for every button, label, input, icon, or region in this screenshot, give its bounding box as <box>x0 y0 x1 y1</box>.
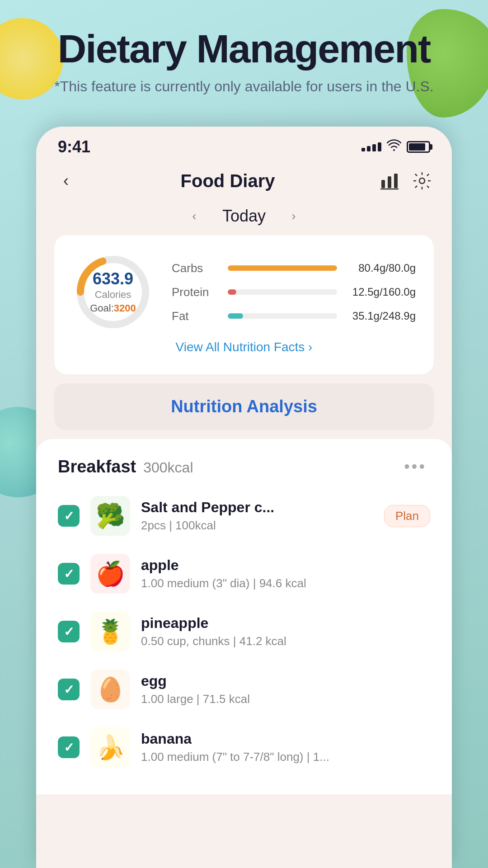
app-header: ‹ Food Diary <box>36 164 452 202</box>
food-item: ✓ 🍍 pineapple 0.50 cup, chunks | 41.2 kc… <box>36 603 452 660</box>
status-icons <box>361 139 430 155</box>
food-item: ✓ 🍌 banana 1.00 medium (7" to 7-7/8" lon… <box>36 718 452 776</box>
signal-bars-icon <box>361 142 381 151</box>
food-info-2: apple 1.00 medium (3" dia) | 94.6 kcal <box>141 557 430 590</box>
food-details-5: 1.00 medium (7" to 7-7/8" long) | 1... <box>141 750 430 764</box>
food-checkbox-4[interactable]: ✓ <box>58 679 80 700</box>
food-image-3: 🍍 <box>90 612 130 651</box>
macro-carbs-fill <box>228 265 337 271</box>
nutrition-main: 633.9 Calories Goal:3200 Carbs 80.4g/80.… <box>72 251 416 333</box>
view-all-link[interactable]: View All Nutrition Facts › <box>72 333 416 358</box>
food-info-1: Salt and Pepper c... 2pcs | 100kcal <box>141 499 373 533</box>
calorie-ring: 633.9 Calories Goal:3200 <box>72 251 154 333</box>
svg-rect-1 <box>388 176 391 188</box>
battery-icon <box>407 141 430 153</box>
food-image-4: 🥚 <box>90 670 130 709</box>
macro-protein: Protein 12.5g/160.0g <box>172 285 416 299</box>
checkmark-icon: ✓ <box>64 509 74 524</box>
app-title: Food Diary <box>181 171 275 191</box>
more-dots-icon: ••• <box>404 457 427 476</box>
food-name-4: egg <box>141 673 430 689</box>
next-date-button[interactable]: › <box>284 206 304 226</box>
food-checkbox-3[interactable]: ✓ <box>58 621 80 642</box>
food-item: ✓ 🥚 egg 1.00 large | 71.5 kcal <box>36 660 452 718</box>
battery-fill <box>409 143 425 151</box>
checkmark-icon: ✓ <box>64 624 74 639</box>
view-all-text: View All Nutrition Facts › <box>176 340 313 354</box>
goal-value: 3200 <box>114 302 136 314</box>
svg-rect-2 <box>394 174 398 188</box>
food-details-1: 2pcs | 100kcal <box>141 519 373 533</box>
back-button[interactable]: ‹ <box>54 169 78 193</box>
macro-fat-values: 35.1g/248.9g <box>343 310 416 322</box>
chart-button[interactable] <box>378 169 401 193</box>
macro-carbs-label: Carbs <box>172 261 221 275</box>
food-item: ✓ 🥦 Salt and Pepper c... 2pcs | 100kcal … <box>36 487 452 545</box>
signal-bar-1 <box>361 148 365 151</box>
prev-date-button[interactable]: ‹ <box>184 206 204 226</box>
food-section: Breakfast 300kcal ••• ✓ 🥦 Salt and Peppe… <box>36 439 452 794</box>
macro-fat-fill <box>228 313 243 319</box>
food-details-2: 1.00 medium (3" dia) | 94.6 kcal <box>141 576 430 590</box>
food-name-3: pineapple <box>141 615 430 632</box>
macro-carbs: Carbs 80.4g/80.0g <box>172 261 416 275</box>
macro-carbs-values: 80.4g/80.0g <box>343 262 416 274</box>
signal-bar-4 <box>378 142 381 151</box>
food-name-5: banana <box>141 731 430 747</box>
breakfast-more-button[interactable]: ••• <box>400 455 430 478</box>
food-checkbox-5[interactable]: ✓ <box>58 736 80 758</box>
macro-carbs-track <box>228 265 337 271</box>
date-navigation: ‹ Today › <box>36 202 452 235</box>
status-time: 9:41 <box>58 137 90 156</box>
svg-rect-0 <box>381 180 385 188</box>
calorie-ring-text: 633.9 Calories Goal:3200 <box>90 270 136 314</box>
breakfast-kcal: 300kcal <box>143 459 193 476</box>
signal-bar-2 <box>367 146 371 151</box>
back-chevron-icon: ‹ <box>63 171 69 190</box>
food-item: ✓ 🍎 apple 1.00 medium (3" dia) | 94.6 kc… <box>36 545 452 603</box>
calorie-label: Calories <box>90 289 136 301</box>
nutrition-summary-card: 633.9 Calories Goal:3200 Carbs 80.4g/80.… <box>54 235 434 374</box>
prev-chevron-icon: ‹ <box>192 209 196 223</box>
calorie-value: 633.9 <box>90 270 136 288</box>
food-image-1: 🥦 <box>90 496 130 536</box>
page-subtitle: *This feature is currently only availabl… <box>27 78 461 95</box>
food-image-5: 🍌 <box>90 727 130 767</box>
status-bar: 9:41 <box>36 127 452 164</box>
macro-fat-track <box>228 313 337 319</box>
page-header: Dietary Management *This feature is curr… <box>0 27 488 95</box>
signal-bar-3 <box>372 144 376 151</box>
page-title: Dietary Management <box>27 27 461 71</box>
food-badge-plan: Plan <box>384 505 430 527</box>
current-date: Today <box>222 207 266 226</box>
food-name-1: Salt and Pepper c... <box>141 499 373 516</box>
food-info-4: egg 1.00 large | 71.5 kcal <box>141 673 430 706</box>
macro-protein-label: Protein <box>172 285 221 299</box>
breakfast-title-group: Breakfast 300kcal <box>58 457 193 476</box>
next-chevron-icon: › <box>291 209 296 223</box>
wifi-icon <box>387 139 401 155</box>
checkmark-icon: ✓ <box>64 566 74 581</box>
food-checkbox-2[interactable]: ✓ <box>58 563 80 585</box>
food-name-2: apple <box>141 557 430 574</box>
macro-fat-label: Fat <box>172 309 221 323</box>
nutrition-analysis-label: Nutrition Analysis <box>171 397 317 416</box>
calorie-goal: Goal:3200 <box>90 302 136 314</box>
svg-point-4 <box>419 178 425 184</box>
food-details-3: 0.50 cup, chunks | 41.2 kcal <box>141 634 430 648</box>
food-checkbox-1[interactable]: ✓ <box>58 505 80 527</box>
breakfast-section-header: Breakfast 300kcal ••• <box>36 439 452 487</box>
macro-fat: Fat 35.1g/248.9g <box>172 309 416 323</box>
goal-prefix: Goal: <box>90 302 114 314</box>
nutrition-analysis-button[interactable]: Nutrition Analysis <box>54 383 434 430</box>
settings-button[interactable] <box>410 169 434 193</box>
header-actions <box>378 169 434 193</box>
phone-mockup: 9:41 ‹ Food <box>36 127 452 868</box>
macro-protein-track <box>228 289 337 295</box>
macro-protein-fill <box>228 289 236 295</box>
food-image-2: 🍎 <box>90 554 130 594</box>
macro-list: Carbs 80.4g/80.0g Protein 12.5g/160.0g <box>172 261 416 323</box>
checkmark-icon: ✓ <box>64 682 74 697</box>
breakfast-title: Breakfast <box>58 457 136 476</box>
food-info-5: banana 1.00 medium (7" to 7-7/8" long) |… <box>141 731 430 764</box>
